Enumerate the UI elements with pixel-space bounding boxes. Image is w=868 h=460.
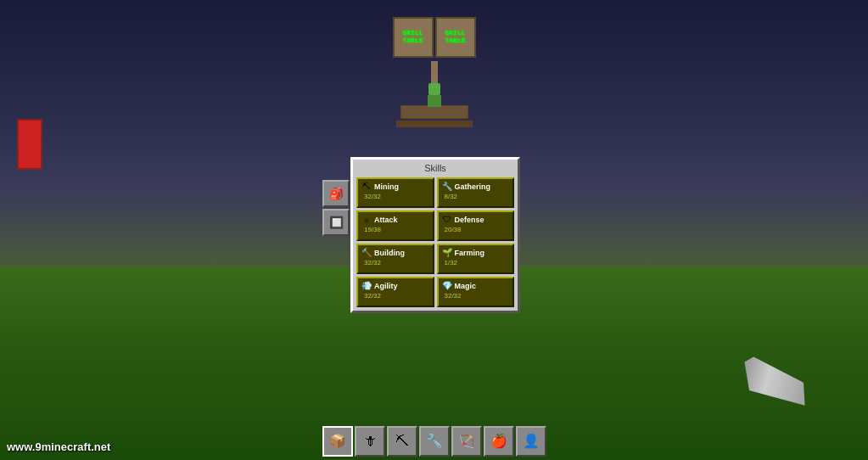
skill-btn-mining[interactable]: ⛏ Mining 32/32: [356, 177, 434, 208]
sign-block-left: SKILLTABLE: [393, 17, 434, 58]
agility-icon: 💨: [361, 281, 372, 291]
skill-btn-agility[interactable]: 💨 Agility 32/32: [356, 277, 434, 307]
agility-level: 32/32: [364, 292, 381, 300]
skills-dialog: Skills ⛏ Mining 32/32 🔧 Gathering 8/32 ⚔…: [350, 157, 520, 313]
defense-label: Defense: [455, 216, 484, 224]
skill-btn-building[interactable]: 🔨 Building 32/32: [356, 244, 434, 274]
watermark: www.9minecraft.net: [7, 440, 110, 453]
hotbar-slot-6[interactable]: 👤: [516, 426, 546, 457]
attack-level: 19/38: [364, 226, 381, 233]
magic-icon: 💎: [442, 281, 452, 291]
skill-btn-attack[interactable]: ⚔ Attack 19/38: [356, 210, 434, 241]
skill-btn-defense[interactable]: 🛡 Defense 20/38: [437, 210, 515, 241]
farming-icon: 🌱: [442, 248, 452, 258]
left-structure: [17, 119, 42, 170]
hotbar-slot-4[interactable]: 🏹: [451, 426, 482, 457]
defense-level: 20/38: [445, 226, 462, 233]
skill-table-object: SKILLTABLE SKILLTABLE: [384, 17, 485, 136]
hotbar-slot-0[interactable]: 📦: [322, 426, 353, 457]
hotbar-slot-1[interactable]: 🗡: [355, 426, 385, 457]
magic-level: 32/32: [445, 292, 462, 300]
hotbar-slot-5[interactable]: 🍎: [484, 426, 514, 457]
skill-btn-farming[interactable]: 🌱 Farming 1/32: [437, 244, 515, 274]
skill-btn-gathering[interactable]: 🔧 Gathering 8/32: [437, 177, 515, 208]
inv-slot-1[interactable]: 🎒: [322, 180, 350, 207]
building-icon: 🔨: [361, 248, 372, 258]
building-label: Building: [374, 249, 405, 257]
gathering-label: Gathering: [455, 182, 491, 191]
farming-label: Farming: [455, 249, 485, 257]
inventory-side-panel: 🎒 🔲: [322, 180, 350, 236]
mining-icon: ⛏: [361, 182, 372, 192]
agility-label: Agility: [374, 282, 398, 290]
skills-grid: ⛏ Mining 32/32 🔧 Gathering 8/32 ⚔ Attack…: [356, 177, 514, 307]
building-level: 32/32: [364, 259, 381, 266]
gathering-icon: 🔧: [442, 182, 452, 192]
inv-slot-2[interactable]: 🔲: [322, 209, 350, 236]
hotbar-slot-3[interactable]: 🔧: [419, 426, 450, 457]
mining-level: 32/32: [364, 193, 381, 200]
sign-block-right: SKILLTABLE: [435, 17, 476, 58]
hotbar: 📦🗡⛏🔧🏹🍎👤: [322, 426, 546, 457]
magic-label: Magic: [455, 282, 477, 290]
attack-label: Attack: [374, 216, 398, 224]
defense-icon: 🛡: [442, 215, 452, 225]
attack-icon: ⚔: [361, 215, 372, 225]
dialog-title: Skills: [356, 163, 514, 173]
skill-btn-magic[interactable]: 💎 Magic 32/32: [437, 277, 515, 307]
gathering-level: 8/32: [445, 193, 458, 200]
hotbar-slot-2[interactable]: ⛏: [387, 426, 417, 457]
mining-label: Mining: [374, 182, 399, 191]
farming-level: 1/32: [445, 259, 458, 266]
